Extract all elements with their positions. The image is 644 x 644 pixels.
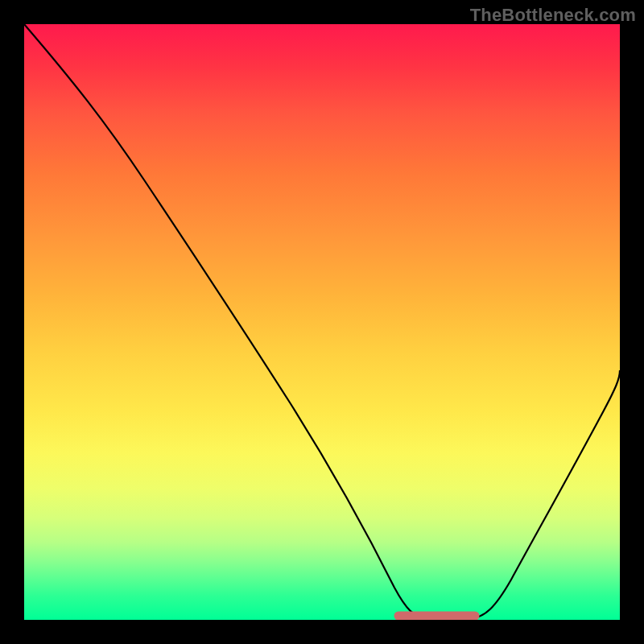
- chart-container: TheBottleneck.com: [0, 0, 644, 644]
- curve-layer: [24, 24, 620, 620]
- watermark-text: TheBottleneck.com: [470, 5, 636, 26]
- plot-area: [24, 24, 620, 620]
- bottleneck-curve-path: [24, 24, 620, 618]
